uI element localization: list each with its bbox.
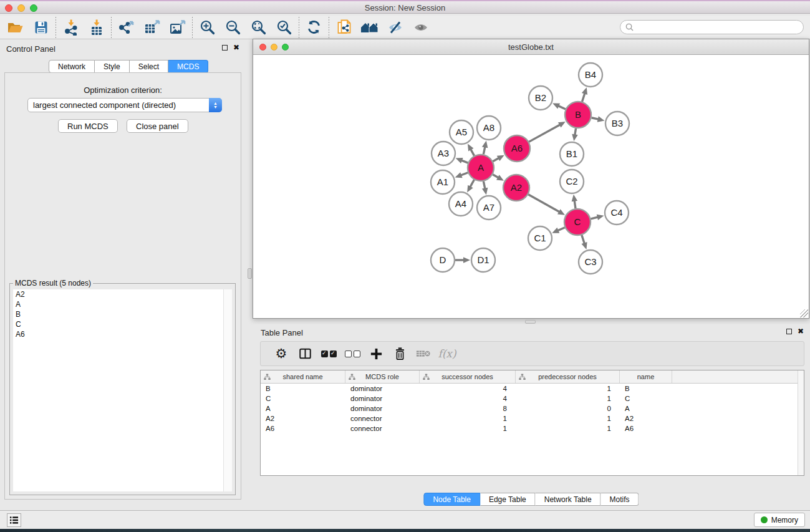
- graph-node-B1[interactable]: B1: [560, 142, 584, 166]
- graph-edge-C-C1[interactable]: [552, 228, 565, 233]
- graph-node-C2[interactable]: C2: [560, 170, 584, 193]
- tab-edge-table[interactable]: Edge Table: [480, 493, 536, 506]
- tab-network[interactable]: Network: [49, 60, 95, 73]
- graph-node-B4[interactable]: B4: [579, 63, 602, 87]
- graph-edge-A-A1[interactable]: [455, 172, 468, 178]
- graph-edge-A-A3[interactable]: [456, 158, 468, 163]
- export-image-button[interactable]: [165, 17, 190, 38]
- table-cell[interactable]: A: [261, 404, 345, 414]
- home-network-button[interactable]: [357, 17, 382, 38]
- table-cell[interactable]: B: [620, 384, 672, 394]
- table-cell[interactable]: dominator: [345, 404, 420, 414]
- table-cell[interactable]: 4: [420, 384, 516, 394]
- close-table-panel-icon[interactable]: ✖: [798, 329, 804, 334]
- table-cell[interactable]: A6: [261, 423, 345, 433]
- deselect-all-rows-button[interactable]: [340, 343, 364, 364]
- graph-edge-B-B4[interactable]: [582, 87, 587, 102]
- graph-node-C3[interactable]: C3: [579, 250, 602, 274]
- graph-edge-B-B1[interactable]: [572, 128, 577, 142]
- table-cell[interactable]: C: [620, 394, 672, 404]
- tab-style[interactable]: Style: [95, 60, 130, 73]
- column-header-predecessor-nodes[interactable]: predecessor nodes: [516, 370, 620, 383]
- run-mcds-button[interactable]: Run MCDS: [58, 119, 118, 133]
- table-cell[interactable]: A: [620, 404, 672, 414]
- show-column-button[interactable]: [293, 343, 317, 364]
- column-header-shared-name[interactable]: shared name: [261, 370, 345, 383]
- graph-node-A1[interactable]: A1: [431, 170, 455, 194]
- mcds-result-list[interactable]: A2ABCA6: [13, 289, 223, 491]
- graph-node-A[interactable]: A: [468, 155, 494, 181]
- graph-node-A6[interactable]: A6: [504, 135, 530, 162]
- graph-edge-B-B2[interactable]: [552, 104, 566, 109]
- save-session-button[interactable]: [28, 17, 54, 38]
- graph-node-A4[interactable]: A4: [449, 192, 473, 216]
- column-header-name[interactable]: name: [620, 370, 672, 383]
- table-row[interactable]: Adominator80A: [261, 404, 804, 414]
- tab-select[interactable]: Select: [130, 60, 168, 73]
- memory-button[interactable]: Memory: [754, 513, 805, 527]
- select-all-rows-button[interactable]: [317, 343, 340, 364]
- optimization-criterion-select[interactable]: largest connected component (directed) ▲…: [27, 98, 222, 112]
- tab-motifs[interactable]: Motifs: [601, 493, 639, 506]
- delete-row-button[interactable]: [388, 343, 412, 364]
- table-cell[interactable]: dominator: [345, 394, 420, 404]
- network-canvas[interactable]: B4B2BB3A8A5A6A3B1AC2A1A2A4A7C4CC1DD1C3: [253, 55, 809, 318]
- table-cell[interactable]: A2: [261, 414, 345, 423]
- duplicate-network-button[interactable]: [331, 17, 357, 38]
- delete-table-button[interactable]: [412, 343, 435, 364]
- table-settings-button[interactable]: ⚙: [269, 343, 293, 364]
- task-history-button[interactable]: [7, 513, 21, 527]
- table-cell[interactable]: dominator: [345, 384, 420, 394]
- graph-edge-A-A5[interactable]: [468, 143, 474, 155]
- tab-network-table[interactable]: Network Table: [536, 493, 601, 506]
- hide-graphics-details-button[interactable]: [382, 17, 408, 38]
- open-session-button[interactable]: [2, 17, 28, 38]
- import-table-button[interactable]: [84, 17, 109, 38]
- graph-edge-C-C3[interactable]: [581, 235, 587, 249]
- graph-edge-A-A2[interactable]: [493, 175, 504, 181]
- table-cell[interactable]: 1: [516, 384, 620, 394]
- graph-edge-A2-C[interactable]: [528, 195, 565, 215]
- table-row[interactable]: Bdominator41B: [261, 384, 804, 394]
- graph-node-A3[interactable]: A3: [432, 142, 455, 165]
- table-cell[interactable]: connector: [345, 414, 420, 423]
- mcds-result-item[interactable]: B: [13, 309, 223, 319]
- mcds-result-scrollbar[interactable]: [223, 289, 232, 491]
- graph-node-B[interactable]: B: [565, 102, 591, 128]
- graph-edge-A-A7[interactable]: [482, 181, 488, 195]
- table-row[interactable]: Cdominator41C: [261, 394, 804, 404]
- table-cell[interactable]: 8: [420, 404, 516, 414]
- table-cell[interactable]: 1: [420, 414, 516, 423]
- graph-node-A2[interactable]: A2: [503, 175, 529, 201]
- table-row[interactable]: A6connector11A6: [261, 423, 804, 433]
- mcds-result-item[interactable]: C: [13, 319, 223, 329]
- horizontal-splitter-handle[interactable]: [525, 320, 536, 324]
- table-cell[interactable]: A2: [620, 414, 672, 423]
- table-row[interactable]: A2connector11A2: [261, 414, 804, 423]
- graph-edge-D-D1[interactable]: [455, 257, 470, 263]
- graph-edge-C-C2[interactable]: [572, 195, 578, 208]
- export-table-button[interactable]: [139, 17, 165, 38]
- function-builder-button[interactable]: f(x): [435, 343, 459, 364]
- graph-edge-A-A4[interactable]: [467, 180, 474, 192]
- column-header-MCDS-role[interactable]: MCDS role: [345, 370, 420, 383]
- network-window-titlebar[interactable]: testGlobe.txt: [253, 39, 809, 55]
- graph-edge-A-A6[interactable]: [493, 155, 504, 162]
- zoom-out-button[interactable]: [220, 17, 246, 38]
- column-header-successor-nodes[interactable]: successor nodes: [420, 370, 516, 383]
- graph-node-C4[interactable]: C4: [605, 201, 629, 225]
- table-cell[interactable]: 1: [516, 414, 620, 423]
- table-cell[interactable]: 0: [516, 404, 620, 414]
- show-eye-button[interactable]: [408, 17, 433, 38]
- mcds-result-item[interactable]: A2: [13, 289, 223, 299]
- zoom-selected-button[interactable]: [271, 17, 297, 38]
- graph-node-D1[interactable]: D1: [471, 248, 495, 272]
- table-cell[interactable]: 1: [420, 423, 516, 433]
- graph-node-C1[interactable]: C1: [528, 226, 552, 250]
- table-cell[interactable]: connector: [345, 423, 420, 433]
- mcds-result-item[interactable]: A: [13, 299, 223, 309]
- tab-mcds[interactable]: MCDS: [168, 60, 208, 73]
- refresh-button[interactable]: [301, 17, 327, 38]
- search-input[interactable]: [637, 23, 798, 32]
- float-table-panel-icon[interactable]: [786, 329, 792, 334]
